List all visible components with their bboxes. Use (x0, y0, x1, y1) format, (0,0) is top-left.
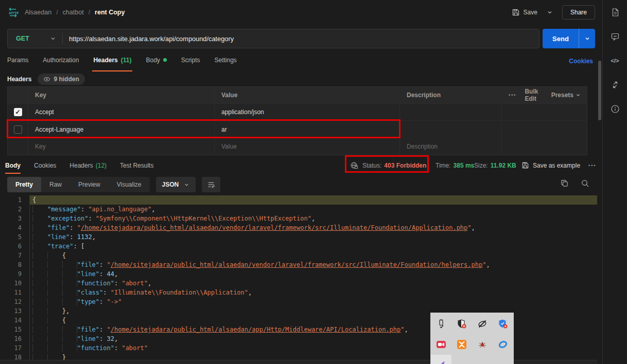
tab-params[interactable]: Params (7, 54, 28, 70)
header-key-cell[interactable]: Accept (28, 104, 215, 120)
header-value-cell[interactable]: application/json (215, 104, 400, 120)
grid-partial-icon[interactable] (451, 355, 472, 364)
file-link[interactable]: /home/sitejadara/public_html/alsaedan/ve… (111, 261, 482, 268)
presets-dropdown[interactable]: Presets (551, 92, 581, 99)
bug-icon[interactable] (472, 334, 493, 355)
comment-icon[interactable] (611, 32, 620, 41)
response-size: Size: 11.92 KB (474, 157, 516, 174)
send-button[interactable]: Send (543, 29, 595, 48)
more-options-icon[interactable]: ••• (509, 93, 516, 98)
tab-authorization[interactable]: Authorization (43, 54, 79, 70)
headers-table: Key Value Description ••• Bulk Edit Pres… (7, 86, 587, 155)
send-options-chevron-icon[interactable] (579, 29, 595, 48)
save-as-example-button[interactable]: Save as example (521, 157, 580, 174)
view-tab-preview[interactable]: Preview (70, 177, 109, 192)
search-response-button[interactable] (581, 179, 589, 188)
save-button[interactable]: Save (512, 8, 537, 16)
view-tab-raw[interactable]: Raw (41, 177, 70, 192)
view-mode-switcher: PrettyRawPreviewVisualize (7, 177, 150, 192)
code-line: 4 "file": "/home/sitejadara/public_html/… (0, 223, 597, 232)
response-tab-headers[interactable]: Headers(12) (69, 157, 107, 174)
row-checkbox[interactable] (14, 125, 22, 134)
file-link[interactable]: /home/sitejadara/public_html/alsaedan/ap… (111, 326, 401, 333)
view-tab-pretty[interactable]: Pretty (7, 177, 41, 192)
format-select[interactable]: JSON (156, 177, 196, 192)
line-number: 17 (0, 343, 30, 353)
line-number: 18 (0, 353, 30, 360)
time-value[interactable]: 385 ms (454, 162, 475, 169)
table-controls: ••• Bulk Edit Presets (502, 87, 587, 103)
slash-icon[interactable] (472, 314, 493, 334)
header-description-cell[interactable] (400, 104, 502, 120)
sync-arrows-icon[interactable] (611, 80, 620, 89)
hidden-headers-toggle[interactable]: 9 hidden (38, 74, 84, 85)
code-icon[interactable]: </> (611, 56, 620, 65)
new-header-row: Key Value Description (8, 138, 587, 155)
info-icon[interactable] (611, 104, 620, 114)
response-time: Time: 385 ms (436, 157, 474, 174)
tab-count-badge: (12) (96, 162, 107, 169)
header-description-cell[interactable] (400, 121, 502, 138)
line-number: 13 (0, 306, 30, 316)
breadcrumb: Alsaedan / chatbot / rent Copy (25, 9, 125, 16)
unsaved-dot-icon (163, 58, 167, 62)
xampp-icon[interactable] (451, 334, 472, 355)
size-value[interactable]: 11.92 KB (491, 162, 516, 169)
save-options-chevron-icon[interactable] (545, 9, 555, 15)
purple-feather-icon[interactable] (431, 355, 451, 364)
search-icon (581, 179, 589, 188)
status-value[interactable]: 403 Forbidden (384, 162, 426, 169)
tab-headers[interactable]: Headers(11) (93, 54, 131, 70)
cookies-link[interactable]: Cookies (569, 58, 593, 65)
view-tab-visualize[interactable]: Visualize (109, 177, 150, 192)
header-value-cell[interactable]: ar (215, 121, 400, 138)
blue-shield-alert-icon[interactable] (493, 314, 513, 334)
blue-ring-icon[interactable] (493, 334, 513, 355)
code-line: 8 "file": "/home/sitejadara/public_html/… (0, 260, 597, 269)
response-tab-test-results[interactable]: Test Results (120, 157, 153, 174)
share-button[interactable]: Share (562, 5, 595, 20)
row-checkbox[interactable]: ✓ (14, 108, 22, 116)
line-number: 11 (0, 288, 30, 297)
header-key-cell[interactable]: Accept-Language (28, 121, 215, 138)
wrap-lines-button[interactable] (202, 177, 220, 192)
line-number: 15 (0, 325, 30, 334)
send-label[interactable]: Send (543, 29, 579, 48)
shield-alert-icon[interactable] (451, 314, 472, 334)
screen-recorder-icon[interactable] (431, 334, 451, 355)
key-placeholder[interactable]: Key (28, 138, 215, 155)
method-select[interactable]: GET (8, 35, 62, 42)
code-line: 6 "trace": [ (0, 242, 597, 251)
file-link[interactable]: /home/sitejadara/public_html/alsaedan/ve… (81, 224, 467, 231)
copy-response-button[interactable] (560, 179, 569, 188)
bulk-edit-button[interactable]: Bulk Edit (525, 88, 543, 102)
breadcrumb-collection[interactable]: chatbot (63, 9, 84, 16)
vertical-scrollbar[interactable] (598, 61, 601, 120)
response-tab-cookies[interactable]: Cookies (34, 157, 56, 174)
tab-scripts[interactable]: Scripts (181, 54, 200, 70)
headers-section-header: Headers 9 hidden (7, 74, 85, 85)
usb-check-icon[interactable] (431, 314, 451, 334)
save-as-example-label: Save as example (533, 162, 580, 169)
table-row: Accept-Languagear (8, 121, 587, 138)
tab-settings[interactable]: Settings (215, 54, 237, 70)
tab-body[interactable]: Body (146, 54, 166, 70)
value-placeholder[interactable]: Value (215, 138, 400, 155)
system-tray-popup (430, 313, 514, 364)
breadcrumb-workspace[interactable]: Alsaedan (25, 9, 51, 16)
breadcrumb-separator: / (89, 9, 90, 16)
description-placeholder[interactable]: Description (400, 138, 502, 155)
response-status: Status: 403 Forbidden (350, 157, 426, 174)
response-tab-body[interactable]: Body (5, 157, 21, 174)
document-icon[interactable] (611, 8, 620, 17)
size-label: Size: (474, 162, 488, 169)
column-value: Value (215, 87, 400, 103)
svg-text:HTTP: HTTP (9, 11, 19, 15)
code-line: 12 "type": "->" (0, 297, 597, 306)
url-input[interactable]: https://alsaedan.site.jadara.work/api/co… (63, 35, 234, 43)
breadcrumb-request-name[interactable]: rent Copy (95, 9, 125, 16)
response-more-options-icon[interactable]: ••• (588, 157, 596, 174)
line-number: 8 (0, 260, 30, 269)
line-number: 1 (0, 195, 30, 205)
save-icon (521, 161, 529, 169)
